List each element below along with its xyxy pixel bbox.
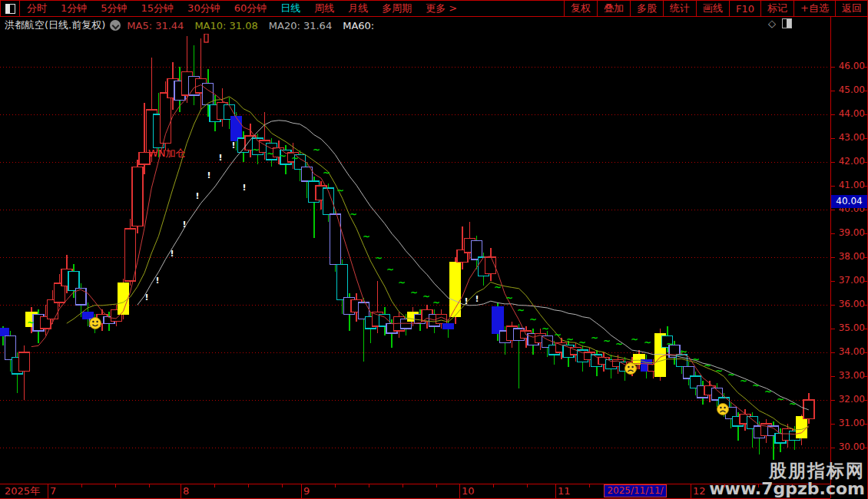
period-tab-1[interactable]: 1分钟 <box>61 2 87 15</box>
svg-text:~: ~ <box>752 380 760 391</box>
happy-face-icon <box>90 318 101 329</box>
price-tick-label: 37.00 <box>831 275 865 286</box>
week-tick <box>369 484 369 487</box>
price-tick <box>831 162 835 163</box>
svg-text:!: ! <box>170 249 174 259</box>
svg-text:~: ~ <box>517 305 525 316</box>
svg-text:~: ~ <box>680 346 687 357</box>
tool-button-3[interactable]: 统计 <box>663 1 696 16</box>
window-panel-icon <box>5 4 15 14</box>
trading-app-window: 分时1分钟5分钟15分钟30分钟60分钟日线周线月线多周期更多 > 复权叠加多股… <box>0 0 868 499</box>
price-tick <box>831 91 835 91</box>
price-tick <box>831 114 835 115</box>
period-tab-0[interactable]: 分时 <box>27 2 47 15</box>
last-price-badge: 40.04 <box>831 195 867 208</box>
price-tick-label: 36.00 <box>831 299 865 309</box>
chevron-down-icon[interactable] <box>110 20 121 31</box>
ma-legend-item-1: MA10: 31.08 <box>194 20 257 31</box>
period-toolbar: 分时1分钟5分钟15分钟30分钟60分钟日线周线月线多周期更多 > 复权叠加多股… <box>0 1 868 17</box>
price-tick <box>831 67 835 68</box>
week-tick <box>436 484 437 487</box>
period-tab-9[interactable]: 多周期 <box>382 2 412 15</box>
period-tab-6[interactable]: 日线 <box>280 2 300 15</box>
week-tick <box>335 484 336 487</box>
price-tick <box>831 352 835 353</box>
period-tab-10[interactable]: 更多 > <box>426 2 457 15</box>
week-tick <box>214 484 215 487</box>
svg-text:~: ~ <box>313 144 320 155</box>
ma-legend-item-3: MA60: <box>343 20 374 31</box>
svg-text:~: ~ <box>291 153 299 164</box>
price-tick <box>831 305 835 306</box>
tool-button-4[interactable]: 画线 <box>696 1 729 16</box>
svg-text:!: ! <box>144 292 148 302</box>
diamond-icon[interactable]: ◇ <box>768 18 776 28</box>
svg-text:~: ~ <box>267 148 274 159</box>
highlighted-date-label: 2025/11/11/二 <box>604 484 667 497</box>
week-tick <box>589 484 590 487</box>
candlestick-chart[interactable]: ~~~~~~~~~~~~~~~~~~~~~~~~~~~~~~~~~~~~~~~~… <box>0 34 830 484</box>
period-tab-7[interactable]: 周线 <box>314 2 334 15</box>
svg-text:~: ~ <box>591 332 598 343</box>
year-label: 2025年 <box>5 485 40 497</box>
svg-text:~: ~ <box>554 329 562 340</box>
svg-text:~: ~ <box>764 386 772 397</box>
svg-text:!: ! <box>155 276 159 286</box>
week-tick <box>403 484 403 487</box>
svg-text:~: ~ <box>350 209 357 220</box>
price-axis: 40.04 46.0045.0044.0043.0042.0041.0040.0… <box>830 16 868 498</box>
tool-button-1[interactable]: 叠加 <box>597 1 630 16</box>
tool-button-6[interactable]: 标记 <box>760 1 793 16</box>
price-tick-label: 42.00 <box>831 156 865 167</box>
svg-text:!: ! <box>207 170 210 180</box>
week-tick <box>115 484 116 487</box>
price-tick <box>831 329 835 329</box>
price-tick-label: 46.00 <box>831 61 865 71</box>
period-tabs: 分时1分钟5分钟15分钟30分钟60分钟日线周线月线多周期更多 > <box>20 1 464 16</box>
price-tick <box>831 210 835 210</box>
svg-text:!: ! <box>218 153 222 163</box>
tool-button-8[interactable]: 返回 <box>835 1 868 16</box>
sad-face-icon <box>625 363 637 375</box>
price-tick-label: 33.00 <box>831 370 865 381</box>
tool-button-5[interactable]: F10 <box>729 1 760 16</box>
svg-text:~: ~ <box>505 292 513 303</box>
price-tick <box>831 448 835 448</box>
price-tick <box>831 186 835 187</box>
price-tick-label: 41.00 <box>831 180 865 190</box>
svg-text:~: ~ <box>777 394 784 405</box>
svg-text:~: ~ <box>422 291 430 302</box>
svg-text:~: ~ <box>644 337 651 348</box>
month-divider <box>301 484 302 498</box>
month-label: 11 <box>558 485 571 497</box>
month-label: 9 <box>303 485 310 497</box>
tool-button-7[interactable]: +自选 <box>793 1 835 16</box>
svg-text:~: ~ <box>715 365 723 376</box>
week-tick <box>149 484 150 487</box>
price-tick-label: 43.00 <box>831 132 865 143</box>
period-tab-3[interactable]: 15分钟 <box>141 2 174 15</box>
week-tick <box>248 484 249 487</box>
watermark-site-url: www.7gpzb.com <box>709 480 865 497</box>
price-tick-label: 39.00 <box>831 227 865 238</box>
chart-title-bar: 洪都航空(日线.前复权) MA5: 31.44MA10: 31.08MA20: … <box>0 17 830 34</box>
panel-layout-icon[interactable] <box>782 18 792 28</box>
period-tab-2[interactable]: 5分钟 <box>101 2 127 15</box>
tool-button-2[interactable]: 多股 <box>630 1 663 16</box>
price-tick-label: 32.00 <box>831 394 865 405</box>
month-label: 10 <box>462 485 475 497</box>
price-tick-label: 38.00 <box>831 251 865 262</box>
instrument-title: 洪都航空(日线.前复权) <box>5 18 105 32</box>
tool-button-0[interactable]: 复权 <box>564 1 597 16</box>
week-tick <box>527 484 528 487</box>
month-divider <box>691 484 691 498</box>
month-divider <box>181 484 181 498</box>
layout-toggle-button[interactable] <box>0 1 20 16</box>
period-tab-5[interactable]: 60分钟 <box>234 2 267 15</box>
svg-text:~: ~ <box>566 334 574 345</box>
period-tab-4[interactable]: 30分钟 <box>187 2 220 15</box>
svg-text:!: ! <box>464 296 468 306</box>
period-tab-8[interactable]: 月线 <box>348 2 368 15</box>
svg-text:~: ~ <box>704 360 711 371</box>
price-tick-label: 30.00 <box>831 441 865 452</box>
